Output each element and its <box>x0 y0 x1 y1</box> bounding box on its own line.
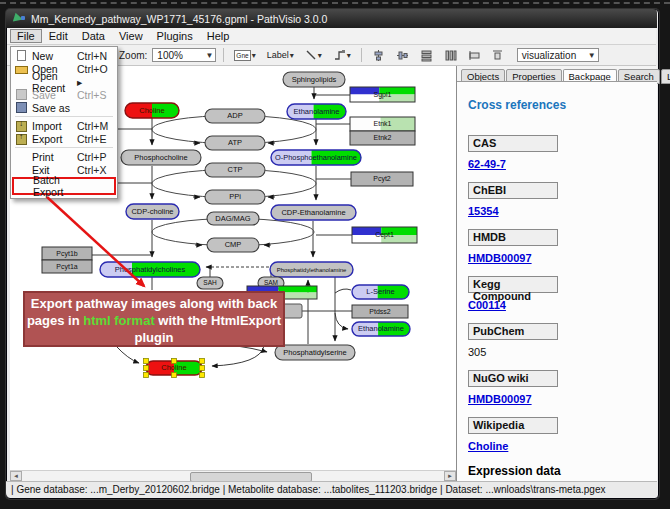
visualization-combobox[interactable]: visualization ▼ <box>517 48 599 62</box>
xref-link-hmdb00097[interactable]: HMDB00097 <box>468 393 657 405</box>
node-cdp-ethanolamine[interactable]: CDP-Ethanolamine <box>271 205 356 220</box>
node-label: Choline <box>161 363 186 372</box>
horizontal-scrollbar[interactable]: ◄ ► <box>10 470 456 481</box>
node-label: CDP-Ethanolamine <box>281 208 345 217</box>
node-choline[interactable]: Choline <box>144 359 205 378</box>
node-label: Pcyt2 <box>373 175 391 183</box>
chevron-down-icon[interactable]: ▾ <box>252 51 256 60</box>
file-menu-item-export[interactable]: ExportCtrl+E <box>12 132 116 145</box>
menu-edit[interactable]: Edit <box>42 29 75 43</box>
xref-link-hmdb00097[interactable]: HMDB00097 <box>468 252 657 264</box>
node-label: O-Phosphoethanolamine <box>275 153 357 162</box>
selection-handle[interactable] <box>200 373 205 378</box>
scroll-left-icon[interactable]: ◄ <box>10 471 22 481</box>
selection-handle[interactable] <box>172 359 177 364</box>
menu-item-label: Import <box>32 120 77 132</box>
selection-handle[interactable] <box>200 359 205 364</box>
menu-bar: FileEditDataViewPluginsHelp <box>7 28 656 45</box>
zoom-combobox[interactable]: 100% ▼ <box>152 48 216 62</box>
node-sah[interactable]: SAH <box>197 277 223 289</box>
stack-vertical-button[interactable] <box>417 47 436 64</box>
selection-handle[interactable] <box>144 359 149 364</box>
align-left-button[interactable] <box>465 48 484 63</box>
node-phosphatidylethanolamine[interactable]: Phosphatidylethanolamine <box>270 262 353 277</box>
menu-plugins[interactable]: Plugins <box>150 29 200 43</box>
xref-link-62-49-7[interactable]: 62-49-7 <box>468 158 657 170</box>
connector-tool-button[interactable]: ▾ <box>330 47 354 63</box>
node-etnk1[interactable]: Etnk1 <box>350 117 415 131</box>
file-menu-item-batch-export[interactable]: Batch Export <box>12 177 116 195</box>
export-icon <box>15 133 28 144</box>
node-phosphatidylserine[interactable]: Phosphatidylserine <box>275 345 355 360</box>
line-tool-button[interactable]: ▾ <box>302 47 325 63</box>
datanode-tool-button[interactable]: Gne ▾ <box>231 48 258 63</box>
node-pcyt2[interactable]: Pcyt2 <box>351 172 413 186</box>
file-menu-item-import[interactable]: ImportCtrl+M <box>12 119 116 132</box>
chevron-down-icon[interactable]: ▾ <box>347 51 351 60</box>
node-anchor[interactable] <box>283 304 302 318</box>
node-label: Sphingolipids <box>292 75 337 84</box>
node-label: Etnk2 <box>374 134 392 141</box>
node-cdp-choline[interactable]: CDP-choline <box>126 204 179 219</box>
chevron-down-icon[interactable]: ▼ <box>584 51 596 60</box>
file-menu-item-save-as[interactable]: Save as <box>12 101 116 114</box>
file-menu-item-print[interactable]: PrintCtrl+P <box>12 150 116 163</box>
node-label: CMP <box>225 240 242 249</box>
selection-handle[interactable] <box>144 366 149 371</box>
node-pcyt1a[interactable]: Pcyt1a <box>42 260 92 273</box>
file-menu-item-save[interactable]: SaveCtrl+S <box>12 88 116 101</box>
menu-view[interactable]: View <box>112 29 150 43</box>
app-icon <box>14 13 25 24</box>
align-center-horizontal-button[interactable] <box>369 47 388 64</box>
menu-help[interactable]: Help <box>200 29 237 43</box>
screenshot-root: { "window": { "title": "Mm_Kennedy_pathw… <box>0 0 670 509</box>
toolbar-separator <box>223 48 224 62</box>
xref-link-c00114[interactable]: C00114 <box>468 299 657 311</box>
node-atp[interactable]: ATP <box>205 136 265 150</box>
window-title: Mm_Kennedy_pathway_WP1771_45176.gpml - P… <box>31 13 327 25</box>
chevron-down-icon[interactable]: ▼ <box>201 51 213 60</box>
node-sgpl1[interactable]: Sgpl1 <box>350 87 415 102</box>
selection-handle[interactable] <box>200 366 205 371</box>
xref-link-choline[interactable]: Choline <box>468 440 657 452</box>
saveas-icon <box>15 102 28 113</box>
label-tool-button[interactable]: Label ▾ <box>264 48 297 62</box>
node-choline[interactable]: Choline <box>125 103 180 118</box>
node-phosphatidylcholines[interactable]: Phosphatidylcholines <box>100 262 201 277</box>
node-adp[interactable]: ADP <box>205 109 265 123</box>
node-etnk2[interactable]: Etnk2 <box>350 131 415 145</box>
node-o-phosphoethanolamine[interactable]: O-Phosphoethanolamine <box>271 150 362 165</box>
chevron-down-icon[interactable]: ▾ <box>318 51 322 60</box>
file-menu-item-new[interactable]: NewCtrl+N <box>12 49 116 62</box>
node-cmp[interactable]: CMP <box>207 238 259 252</box>
menu-file[interactable]: File <box>10 29 42 43</box>
selection-handle[interactable] <box>172 373 177 378</box>
menu-data[interactable]: Data <box>75 29 112 43</box>
node-phosphocholine[interactable]: Phosphocholine <box>121 150 201 165</box>
stack-horizontal-button[interactable] <box>441 47 460 64</box>
align-center-vertical-button[interactable] <box>393 47 412 64</box>
node-ethanolamine[interactable]: Ethanolamine <box>287 104 347 119</box>
scroll-right-icon[interactable]: ► <box>444 471 456 481</box>
tab-legend[interactable]: Legend <box>661 69 670 84</box>
xref-source-nugo-wiki: NuGO wiki <box>468 370 558 387</box>
expression-data-heading: Expression data <box>468 464 657 478</box>
node-pcyt1b[interactable]: Pcyt1b <box>42 247 92 260</box>
selection-handle[interactable] <box>144 373 149 378</box>
node-ethanolamine[interactable]: Ethanolamine <box>352 322 411 336</box>
node-sphingolipids[interactable]: Sphingolipids <box>283 72 345 87</box>
open-icon <box>15 63 28 74</box>
line-tool-icon <box>305 49 317 61</box>
frame-dashed-line <box>0 2 670 4</box>
node-label: SAH <box>203 279 217 286</box>
align-top-button[interactable] <box>489 47 506 63</box>
node-dag-mag[interactable]: DAG/MAG <box>207 212 259 225</box>
file-menu-item-open-recent[interactable]: Open Recent▸ <box>12 75 116 88</box>
node-ptdss2[interactable]: Ptdss2 <box>352 305 408 318</box>
chevron-down-icon[interactable]: ▾ <box>290 51 294 60</box>
node-ppi[interactable]: PPi <box>205 190 265 204</box>
node-ctp[interactable]: CTP <box>205 163 265 177</box>
node-l-serine[interactable]: L-Serine <box>352 285 410 299</box>
xref-link-15354[interactable]: 15354 <box>468 205 657 217</box>
node-cept1[interactable]: Cept1 <box>352 227 417 243</box>
